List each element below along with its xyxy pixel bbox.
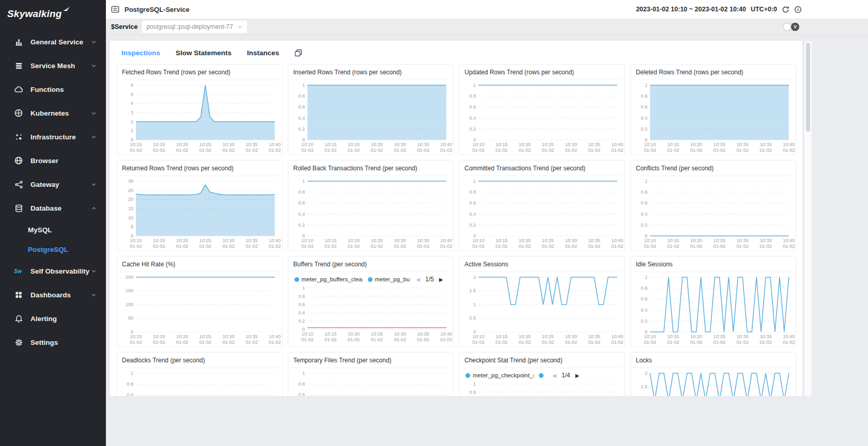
svg-text:10:15: 10:15 bbox=[324, 142, 336, 147]
svg-text:0.6: 0.6 bbox=[298, 104, 305, 109]
svg-text:01-02: 01-02 bbox=[245, 340, 258, 345]
sidebar-item-general-service[interactable]: General Service bbox=[0, 30, 106, 54]
sidebar-item-postgresql[interactable]: PostgreSQL bbox=[0, 240, 106, 259]
sidebar-item-infrastructure[interactable]: Infrastructure bbox=[0, 125, 106, 149]
version-toggle[interactable]: V bbox=[783, 23, 799, 31]
chart-temporary-files: 00.20.40.60.8110:1001-0210:1501-0210:200… bbox=[289, 369, 453, 396]
chart-title: Deadlocks Trend (per second) bbox=[117, 353, 282, 368]
svg-text:3: 3 bbox=[131, 110, 133, 115]
sidebar-item-mysql[interactable]: MySQL bbox=[0, 220, 106, 240]
legend-next-icon[interactable]: ▶ bbox=[575, 373, 579, 378]
svg-text:1: 1 bbox=[473, 179, 476, 184]
sidebar-item-database[interactable]: Database bbox=[0, 196, 106, 220]
copy-dashboard-icon[interactable] bbox=[295, 49, 302, 57]
sidebar-item-settings[interactable]: Settings bbox=[0, 330, 106, 354]
svg-text:0.8: 0.8 bbox=[298, 93, 305, 99]
svg-text:10:25: 10:25 bbox=[542, 334, 554, 339]
svg-text:1: 1 bbox=[302, 371, 305, 376]
chart-title: Inserted Rows Trend (rows per second) bbox=[288, 65, 454, 80]
svg-text:0.6: 0.6 bbox=[127, 392, 133, 396]
legend-prev-icon[interactable]: ◀ bbox=[552, 373, 556, 378]
svg-text:0.6: 0.6 bbox=[641, 296, 647, 301]
info-icon[interactable] bbox=[794, 6, 802, 13]
svg-text:0.2: 0.2 bbox=[298, 222, 305, 228]
svg-text:10:10: 10:10 bbox=[473, 334, 485, 339]
sidebar-item-kubernetes[interactable]: Kubernetes bbox=[0, 101, 106, 125]
svg-text:10:40: 10:40 bbox=[611, 334, 623, 339]
legend-item[interactable]: meter_pg_bu bbox=[368, 276, 410, 282]
svg-text:10:25: 10:25 bbox=[199, 334, 211, 339]
svg-text:01-02: 01-02 bbox=[519, 148, 531, 153]
svg-text:10:15: 10:15 bbox=[153, 334, 165, 339]
legend-dot-icon bbox=[295, 277, 299, 282]
svg-text:10:20: 10:20 bbox=[519, 238, 531, 243]
scrollbar[interactable] bbox=[804, 41, 812, 397]
svg-text:10:10: 10:10 bbox=[644, 238, 656, 243]
svg-text:10:30: 10:30 bbox=[565, 334, 577, 339]
scrollbar-thumb[interactable] bbox=[806, 43, 810, 132]
sidebar-item-label: General Service bbox=[30, 38, 83, 46]
refresh-icon[interactable] bbox=[782, 6, 789, 13]
svg-text:0.8: 0.8 bbox=[641, 285, 647, 291]
chart-card-fetched-rows: Fetched Rows Trend (rows per second)0123… bbox=[116, 64, 283, 155]
sidebar-item-service-mesh[interactable]: Service Mesh bbox=[0, 54, 106, 77]
svg-text:01-02: 01-02 bbox=[611, 244, 624, 249]
svg-text:01-02: 01-02 bbox=[588, 148, 600, 153]
tab-inspections[interactable]: Inspections bbox=[121, 49, 160, 57]
svg-text:10:40: 10:40 bbox=[269, 142, 281, 147]
svg-text:1: 1 bbox=[645, 275, 647, 280]
svg-text:01-02: 01-02 bbox=[417, 337, 429, 342]
logo[interactable]: Skywalking bbox=[0, 0, 106, 30]
chevron-down-icon bbox=[91, 182, 97, 187]
svg-text:0.6: 0.6 bbox=[469, 104, 476, 109]
infrastructure-icon bbox=[14, 132, 23, 141]
legend-next-icon[interactable]: ▶ bbox=[439, 277, 443, 282]
legend-label: meter_pg_buffers_clean bbox=[302, 276, 363, 282]
main-area: InspectionsSlow StatementsInstances Fetc… bbox=[106, 36, 868, 446]
service-select-value: postgresql::psql-deployment-77 bbox=[146, 23, 233, 30]
svg-text:10:35: 10:35 bbox=[760, 142, 771, 147]
chart-title: Checkpoint Stat Trend (per second) bbox=[459, 353, 625, 368]
sidebar-item-gateway[interactable]: Gateway bbox=[0, 172, 106, 196]
sidebar-item-alerting[interactable]: Alerting bbox=[0, 307, 106, 330]
sidebar-item-self-observability[interactable]: SwSelf Observability bbox=[0, 259, 106, 283]
legend-item[interactable]: meter_pg_buffers_clean bbox=[295, 276, 363, 282]
svg-text:01-02: 01-02 bbox=[301, 244, 314, 249]
svg-text:10:15: 10:15 bbox=[324, 331, 336, 337]
chart-area: 00.511.5210:1001-0210:1501-0210:2001-021… bbox=[631, 368, 796, 396]
legend-label: meter_pg_bu bbox=[375, 276, 410, 282]
svg-text:0.2: 0.2 bbox=[298, 126, 305, 132]
chevron-up-icon bbox=[91, 205, 97, 211]
legend-item[interactable] bbox=[539, 373, 546, 378]
legend-page: 1/4 bbox=[562, 372, 570, 379]
sw-icon: Sw bbox=[14, 266, 23, 276]
svg-text:10:35: 10:35 bbox=[245, 334, 257, 339]
svg-text:0.4: 0.4 bbox=[641, 307, 647, 312]
svg-text:10:10: 10:10 bbox=[644, 334, 656, 339]
svg-text:01-02: 01-02 bbox=[417, 244, 429, 249]
svg-text:2: 2 bbox=[473, 275, 476, 280]
chart-title: Deleted Rows Trend (rows per second) bbox=[631, 65, 796, 80]
time-range[interactable]: 2023-01-02 10:10 ~ 2023-01-02 10:40 bbox=[636, 6, 746, 13]
svg-text:1.5: 1.5 bbox=[641, 384, 647, 389]
chart-checkpoint-stat: 00.20.40.60.8110:1001-0210:1501-0210:200… bbox=[460, 380, 624, 396]
chart-card-deleted-rows: Deleted Rows Trend (rows per second)00.2… bbox=[630, 64, 797, 155]
svg-text:10:30: 10:30 bbox=[736, 334, 748, 339]
tab-instances[interactable]: Instances bbox=[247, 49, 279, 57]
menu-toggle-icon[interactable] bbox=[111, 5, 119, 13]
svg-text:01-02: 01-02 bbox=[347, 244, 360, 249]
chart-area: 00.20.40.60.8110:1001-0210:1501-0210:200… bbox=[631, 272, 796, 347]
sidebar-item-browser[interactable]: Browser bbox=[0, 149, 106, 172]
svg-text:10:30: 10:30 bbox=[223, 142, 235, 147]
legend-prev-icon[interactable]: ◀ bbox=[416, 277, 420, 282]
svg-text:0.4: 0.4 bbox=[469, 211, 476, 216]
sidebar-item-functions[interactable]: Functions bbox=[0, 77, 106, 101]
legend-item[interactable]: meter_pg_checkpoint_sync_time_rate bbox=[466, 372, 534, 378]
tab-slow-statements[interactable]: Slow Statements bbox=[176, 49, 231, 57]
sidebar-item-dashboards[interactable]: Dashboards bbox=[0, 283, 106, 307]
svg-text:10:30: 10:30 bbox=[223, 334, 235, 339]
legend-label: meter_pg_checkpoint_sync_time_rate bbox=[473, 372, 534, 378]
service-select[interactable]: postgresql::psql-deployment-77 bbox=[142, 21, 246, 33]
sidebar-item-label: Alerting bbox=[30, 315, 57, 323]
svg-text:1: 1 bbox=[473, 302, 476, 307]
